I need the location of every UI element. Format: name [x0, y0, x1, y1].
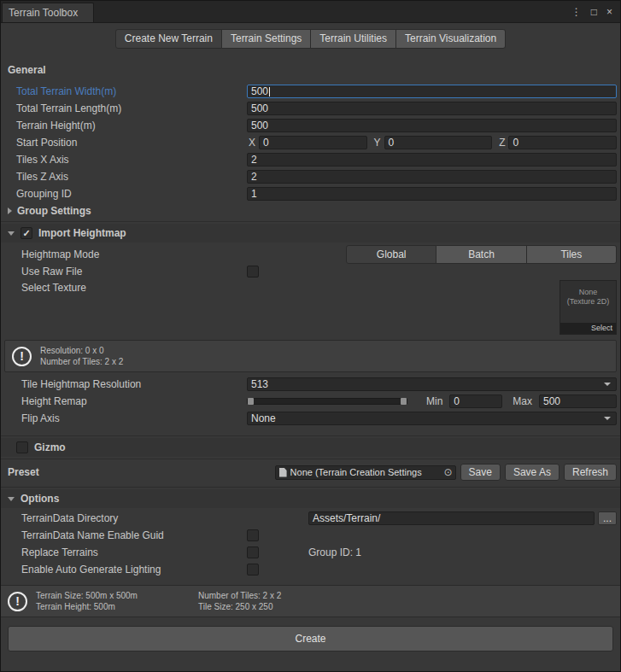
tab-terrain-settings[interactable]: Terrain Settings — [222, 29, 311, 49]
total-terrain-length-input[interactable]: 500 — [247, 102, 617, 115]
tab-terrain-visualization[interactable]: Terrain Visualization — [396, 29, 506, 49]
heightmap-mode-batch-button[interactable]: Batch — [436, 245, 526, 264]
auto-generate-lighting-row: Enable Auto Generate Lighting — [1, 561, 620, 578]
maximize-icon[interactable]: □ — [591, 7, 597, 17]
divider — [1, 459, 620, 459]
tile-heightmap-resolution-label: Tile Heightmap Resolution — [1, 378, 247, 390]
replace-terrains-checkbox[interactable] — [247, 546, 259, 558]
height-remap-slider[interactable] — [247, 394, 407, 408]
divider — [1, 221, 620, 222]
flip-axis-value: None — [251, 412, 276, 424]
preset-object-value: None (Terrain Creation Settings — [290, 467, 442, 477]
total-terrain-width-label: Total Terrain Width(m) — [1, 85, 247, 97]
terraindata-name-guid-row: TerrainData Name Enable Guid — [1, 527, 620, 544]
select-texture-label: Select Texture — [1, 280, 247, 294]
close-icon[interactable]: × — [606, 7, 612, 17]
start-position-x-input[interactable]: 0 — [259, 136, 367, 149]
heightmap-mode-tiles-button[interactable]: Tiles — [527, 245, 617, 264]
summary-num-tiles: Number of Tiles: 2 x 2 — [198, 590, 281, 601]
terrain-toolbox-window: Terrain Toolbox ⋮ □ × Create New Terrain… — [0, 0, 621, 672]
height-remap-min-value: 0 — [454, 395, 460, 407]
start-position-label: Start Position — [1, 137, 247, 149]
tab-terrain-utilities[interactable]: Terrain Utilities — [311, 29, 396, 49]
total-terrain-length-value: 500 — [251, 102, 268, 114]
group-id-text: Group ID: 1 — [308, 546, 361, 558]
window-tab[interactable]: Terrain Toolbox — [2, 3, 94, 22]
use-raw-file-checkbox[interactable] — [247, 266, 259, 278]
preset-row: Preset None (Terrain Creation Settings ⊙… — [1, 461, 620, 483]
tiles-x-axis-input[interactable]: 2 — [247, 153, 617, 167]
summary-terrain-size: Terrain Size: 500m x 500m — [36, 590, 190, 601]
import-heightmap-header[interactable]: ✓ Import Heightmap — [1, 224, 620, 243]
divider — [1, 487, 620, 488]
start-position-z-value: 0 — [513, 137, 518, 149]
refresh-button[interactable]: Refresh — [564, 464, 617, 481]
height-remap-max-value: 500 — [543, 395, 560, 407]
slider-max-handle[interactable] — [401, 398, 407, 405]
texture-select-button[interactable]: Select — [560, 323, 616, 334]
browse-button[interactable]: ... — [598, 511, 617, 525]
terraindata-name-guid-checkbox[interactable] — [247, 529, 259, 541]
replace-terrains-row: Replace Terrains Group ID: 1 — [1, 544, 620, 561]
heightmap-mode-row: Heightmap Mode Global Batch Tiles — [1, 246, 620, 263]
gizmo-label: Gizmo — [34, 441, 66, 453]
terraindata-directory-input[interactable]: Assets/Terrain/ — [308, 511, 595, 525]
use-raw-file-label: Use Raw File — [1, 266, 247, 278]
resolution-info-box: ! Resolution: 0 x 0 Number of Tiles: 2 x… — [4, 340, 617, 372]
create-button[interactable]: Create — [8, 626, 613, 652]
tile-heightmap-resolution-value: 513 — [251, 378, 268, 390]
heightmap-mode-label: Heightmap Mode — [1, 248, 247, 260]
slider-min-handle[interactable] — [248, 398, 254, 405]
start-position-z-input[interactable]: 0 — [508, 136, 617, 149]
grouping-id-row: Grouping ID 1 — [1, 185, 620, 202]
check-icon: ✓ — [22, 229, 30, 238]
terrain-height-input[interactable]: 500 — [247, 119, 617, 132]
foldout-expanded-icon — [8, 497, 15, 501]
terrain-height-value: 500 — [251, 120, 268, 131]
options-header[interactable]: Options — [1, 489, 620, 508]
resolution-info-text: Resolution: 0 x 0 Number of Tiles: 2 x 2 — [40, 345, 123, 367]
toolbar-tab-group: Create New Terrain Terrain Settings Terr… — [115, 29, 506, 49]
axis-x-label: X — [247, 137, 259, 149]
save-as-button[interactable]: Save As — [505, 464, 559, 481]
tab-create-new-terrain[interactable]: Create New Terrain — [115, 29, 222, 49]
texture-object-picker[interactable]: None (Texture 2D) Select — [559, 280, 617, 335]
general-header: General — [1, 54, 620, 83]
height-remap-min-input[interactable]: 0 — [449, 394, 502, 408]
gizmo-checkbox[interactable] — [16, 441, 28, 453]
replace-terrains-label: Replace Terrains — [1, 546, 247, 558]
tiles-z-axis-input[interactable]: 2 — [247, 170, 617, 184]
import-heightmap-checkbox[interactable]: ✓ — [21, 227, 32, 239]
tile-heightmap-resolution-dropdown[interactable]: 513 — [247, 377, 617, 391]
total-terrain-width-input[interactable]: 500 — [247, 85, 617, 98]
tiles-x-axis-row: Tiles X Axis 2 — [1, 151, 620, 168]
window-titlebar: Terrain Toolbox ⋮ □ × — [1, 1, 620, 23]
tiles-z-axis-row: Tiles Z Axis 2 — [1, 168, 620, 185]
group-settings-label: Group Settings — [17, 205, 91, 217]
terrain-summary-box: ! Terrain Size: 500m x 500m Terrain Heig… — [1, 585, 620, 617]
summary-tile-size: Tile Size: 250 x 250 — [198, 601, 281, 612]
slider-track[interactable] — [247, 398, 407, 405]
options-title: Options — [21, 493, 59, 505]
save-button[interactable]: Save — [460, 464, 501, 481]
preset-object-field[interactable]: None (Terrain Creation Settings ⊙ — [275, 465, 456, 480]
menu-icon[interactable]: ⋮ — [571, 7, 582, 17]
grouping-id-label: Grouping ID — [1, 188, 247, 200]
tiles-x-axis-value: 2 — [251, 154, 257, 166]
total-terrain-length-label: Total Terrain Length(m) — [1, 102, 247, 114]
grouping-id-input[interactable]: 1 — [247, 187, 617, 201]
auto-generate-lighting-checkbox[interactable] — [247, 564, 259, 576]
total-terrain-width-row: Total Terrain Width(m) 500 — [1, 83, 620, 100]
texture-none-line1: None — [560, 281, 616, 297]
start-position-y-input[interactable]: 0 — [384, 136, 493, 149]
heightmap-mode-global-button[interactable]: Global — [346, 245, 436, 264]
flip-axis-row: Flip Axis None — [1, 410, 620, 427]
flip-axis-dropdown[interactable]: None — [247, 412, 617, 425]
group-settings-foldout[interactable]: Group Settings — [1, 202, 620, 219]
resolution-info-line1: Resolution: 0 x 0 — [40, 345, 123, 356]
terrain-height-label: Terrain Height(m) — [1, 120, 247, 131]
foldout-expanded-icon — [8, 231, 15, 236]
height-remap-max-input[interactable]: 500 — [539, 394, 617, 408]
grouping-id-value: 1 — [251, 188, 257, 200]
object-picker-icon[interactable]: ⊙ — [444, 467, 453, 477]
